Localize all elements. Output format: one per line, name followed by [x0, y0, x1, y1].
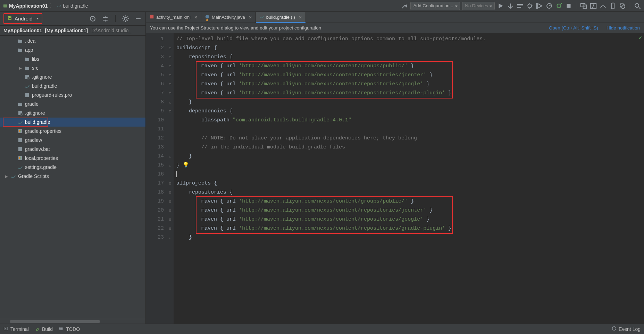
project-root-row[interactable]: MyApplication01 [My Application01] D:\An… [0, 26, 145, 36]
tree-item[interactable]: gradlew.bat [0, 145, 145, 154]
tree-item[interactable]: build.gradle [0, 118, 145, 127]
fold-close-icon[interactable]: ⌞ [168, 100, 172, 104]
tab-label: activity_main.xml [156, 15, 191, 20]
run-icon[interactable] [497, 2, 504, 10]
expand-icon[interactable]: ▶ [19, 66, 22, 70]
scrollbar-thumb[interactable] [10, 320, 100, 323]
locate-icon[interactable] [89, 15, 97, 23]
close-icon[interactable]: ✕ [249, 15, 252, 20]
lightbulb-icon[interactable]: 💡 [183, 161, 189, 170]
project-toolbar: Android [0, 12, 145, 26]
tree-item[interactable]: gradle.properties [0, 127, 145, 136]
fold-open-icon[interactable]: ⊟ [168, 190, 172, 195]
editor-tab[interactable]: activity_main.xml✕ [146, 12, 201, 23]
apply-changes-icon[interactable] [507, 2, 514, 10]
collapse-icon[interactable] [101, 15, 109, 23]
fold-close-icon[interactable]: ⌞ [168, 235, 172, 240]
sync-icon[interactable] [619, 2, 626, 10]
avd-manager-icon[interactable] [580, 2, 587, 10]
list-icon [59, 326, 64, 332]
expand-icon[interactable]: ▶ [5, 174, 8, 178]
fold-open-icon[interactable]: ⊟ [168, 46, 172, 50]
apply-code-icon[interactable] [516, 2, 524, 10]
fold-open-icon[interactable]: ⊟ [168, 91, 172, 95]
coverage-icon[interactable] [536, 2, 543, 10]
terminal-icon [3, 326, 8, 332]
tree-item[interactable]: proguard-rules.pro [0, 91, 145, 100]
tree-item[interactable]: settings.gradle [0, 163, 145, 172]
fold-open-icon[interactable]: ⊟ [168, 226, 172, 231]
project-tree[interactable]: .ideaapplibs▶src.gitignorebuild.gradlepr… [0, 36, 145, 319]
code-editor[interactable]: 1 2 3 4 5 6 7 8 9 10 11 12 13 14 15 16 1… [146, 33, 644, 324]
tree-item[interactable]: .idea [0, 36, 145, 45]
close-icon[interactable]: ✕ [299, 15, 302, 20]
svg-rect-20 [19, 130, 20, 132]
breadcrumb-file[interactable]: build.gradle [63, 3, 88, 9]
build-tool-button[interactable]: Build [35, 326, 53, 332]
terminal-tool-button[interactable]: Terminal [3, 326, 29, 332]
fold-open-icon[interactable]: ⊟ [168, 181, 172, 186]
search-icon[interactable] [634, 2, 641, 10]
android-robot-icon [7, 15, 12, 22]
resource-manager-icon[interactable] [599, 2, 607, 10]
tree-item-label: gradle [25, 101, 39, 107]
tree-hscrollbar[interactable] [0, 319, 145, 324]
editor-tab[interactable]: MainActivity.java✕ [201, 12, 256, 23]
breadcrumb-project[interactable]: MyApplication01 [9, 3, 48, 9]
project-view-label: Android [15, 16, 33, 22]
svg-rect-22 [18, 138, 22, 142]
tree-item[interactable]: .gitignore [0, 72, 145, 82]
svg-rect-27 [150, 15, 154, 19]
fold-open-icon[interactable]: ⊟ [168, 55, 172, 59]
fold-open-icon[interactable]: ⊟ [168, 199, 172, 204]
tree-item[interactable]: local.properties [0, 154, 145, 163]
caret-down-icon [36, 18, 39, 19]
fold-close-icon[interactable]: ⌞ [168, 163, 172, 168]
sh-icon [17, 137, 23, 143]
tree-item[interactable]: gradle [0, 100, 145, 109]
inspection-ok-icon: ✔ [639, 35, 642, 41]
close-icon[interactable]: ✕ [194, 15, 198, 20]
fold-open-icon[interactable]: ⊟ [168, 109, 172, 113]
debug-icon[interactable] [526, 2, 534, 10]
fold-open-icon[interactable]: ⊟ [168, 217, 172, 222]
gear-icon[interactable] [122, 15, 129, 23]
profile-icon[interactable] [545, 2, 553, 10]
todo-tool-button[interactable]: TODO [59, 326, 80, 332]
sdk-manager-icon[interactable] [589, 2, 597, 10]
tree-item[interactable]: libs [0, 54, 145, 63]
device-combo[interactable]: No Devices [462, 2, 495, 10]
svg-rect-29 [4, 327, 8, 330]
svg-point-31 [59, 328, 60, 329]
svg-point-32 [59, 329, 60, 330]
tree-item-label: gradlew [25, 137, 42, 143]
device-manager-icon[interactable] [609, 2, 617, 10]
svg-point-10 [9, 16, 11, 18]
tree-item[interactable]: gradlew [0, 136, 145, 145]
attach-debugger-icon[interactable] [555, 2, 563, 10]
tree-item[interactable]: ▶src [0, 63, 145, 72]
banner-open-link[interactable]: Open (Ctrl+Alt+Shift+S) [549, 25, 598, 31]
fold-open-icon[interactable]: ⊟ [168, 64, 172, 68]
fold-column[interactable]: ⊟⊟⊟⊟⊟⊟⌞⊟⌞⌞⊟⊟⊟⊟⊟⊟⌞ [167, 33, 174, 324]
tree-item[interactable]: build.gradle [0, 82, 145, 91]
fold-close-icon[interactable]: ⌞ [168, 154, 172, 159]
project-panel: Android MyApplication01 [My Application0… [0, 12, 146, 324]
tree-item[interactable]: ▶Gradle Scripts [0, 172, 145, 181]
code-content[interactable]: // Top-level build file where you can ad… [174, 33, 644, 324]
tree-item[interactable]: app [0, 45, 145, 54]
tree-item[interactable]: .gitignore [0, 109, 145, 118]
editor-tab[interactable]: build.gradle (:)✕ [256, 12, 306, 23]
minimize-icon[interactable] [134, 15, 142, 23]
fold-open-icon[interactable]: ⊟ [168, 208, 172, 213]
banner-hide-link[interactable]: Hide notification [607, 25, 640, 31]
fold-open-icon[interactable]: ⊟ [168, 73, 172, 77]
event-log-button[interactable]: Event Log [612, 326, 641, 332]
hammer-icon[interactable] [401, 2, 408, 10]
stop-icon[interactable] [565, 2, 572, 10]
run-config-combo[interactable]: Add Configuration... [410, 2, 460, 10]
fold-open-icon[interactable]: ⊟ [168, 82, 172, 86]
main-area: Android MyApplication01 [My Application0… [0, 12, 644, 324]
project-view-combo[interactable]: Android [3, 13, 42, 24]
tree-item-label: libs [32, 56, 39, 62]
